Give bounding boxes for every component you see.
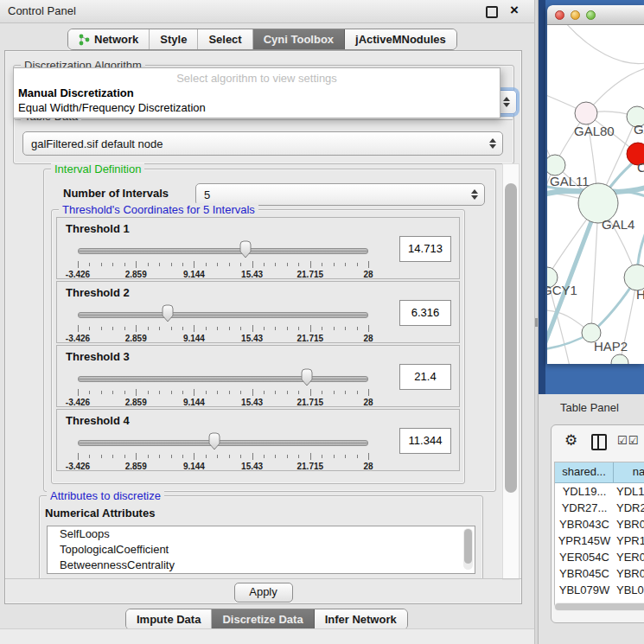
dropdown-item-manual-discretization[interactable]: Manual Discretization [14,86,500,100]
threshold-2-block: Threshold 2 -3.4262.8599.14415.4321.7152… [56,281,460,343]
table-data-combobox[interactable]: galFiltered.sif default node [22,131,503,156]
list-item[interactable]: TopologicalCoefficient [48,542,475,558]
threshold-4-slider[interactable]: -3.4262.8599.14415.4321.71528 [78,430,368,469]
attributes-group: Attributes to discretize Numerical Attri… [39,495,483,578]
columns-icon[interactable] [591,434,607,450]
node-label: GCY1 [547,283,577,297]
combo-arrows-icon [471,189,478,200]
slider-handle[interactable] [239,240,252,258]
threshold-1-slider[interactable]: -3.4262.8599.14415.4321.71528 [78,239,368,277]
screen: Control Panel × Network Style Select Cyn… [0,0,644,644]
bottom-tab-bar: Impute Data Discretize Data Infer Networ… [125,609,408,630]
table-toolbar: ⚙ ☑☑ [552,425,644,458]
threshold-3-slider[interactable]: -3.4262.8599.14415.4321.71528 [78,367,368,405]
table-row[interactable]: YER054CYER05 [555,549,644,565]
table-row[interactable]: YBL079WYBL07 [555,582,644,598]
node-table-container: ⚙ ☑☑ shared... na YDL19...YDL19YDR27...Y… [551,424,644,623]
tab-network[interactable]: Network [68,29,150,49]
threshold-4-block: Threshold 4 -3.4262.8599.14415.4321.7152… [56,409,460,471]
slider-handle[interactable] [207,432,221,450]
combo-arrows-icon [489,138,496,149]
slider-handle[interactable] [300,368,314,386]
table-data-group: Table Data galFiltered.sif default node [13,116,514,164]
table-row[interactable]: YDR27...YDR27 [555,500,644,516]
number-of-intervals-label: Number of Intervals [63,187,169,200]
control-panel-titlebar: Control Panel × [0,0,534,23]
tab-infer-network[interactable]: Infer Network [315,609,407,629]
thresholds-group: Threshold's Coordinates for 5 Intervals … [51,209,465,484]
network-node[interactable] [575,102,597,124]
threshold-1-block: Threshold 1 -3.4262.8599.14415.4321.7152… [56,217,460,279]
column-header-shared-name[interactable]: shared... [555,462,614,482]
dropdown-item-equal-width-frequency[interactable]: Equal Width/Frequency Discretization [14,100,500,115]
table-row[interactable]: YDL19...YDL19 [555,483,644,500]
bottom-strip [0,628,534,644]
interval-definition-group: Interval Definition Number of Intervals … [43,169,496,492]
threshold-4-value[interactable]: 11.344 [399,428,451,454]
node-table-rows: YDL19...YDL19YDR27...YDR27YBR043CYBR04YP… [555,483,644,607]
network-window-titlebar[interactable] [547,5,644,25]
table-row[interactable]: YBR045CYBR04 [555,565,644,582]
numerical-attributes-label: Numerical Attributes [45,507,155,520]
settings-viewport: Interval Definition Number of Intervals … [33,163,500,578]
splitter-grip-icon[interactable] [535,318,538,327]
tab-impute-data[interactable]: Impute Data [126,609,212,629]
close-icon[interactable]: × [510,2,519,19]
table-panel: Table Panel ⚙ ☑☑ shared... na YDL19...YD… [539,394,644,644]
list-item[interactable]: SelfLoops [48,526,475,542]
numerical-attributes-list[interactable]: SelfLoops TopologicalCoefficient Between… [47,526,475,574]
node-label: GAL80 [574,124,615,138]
table-row[interactable]: YPR145WYPR14 [555,532,644,549]
threshold-3-block: Threshold 3 -3.4262.8599.14415.4321.7152… [56,345,460,407]
network-icon [79,34,90,46]
network-node[interactable] [611,354,628,364]
tab-cyni-toolbox[interactable]: Cyni Toolbox [253,29,345,49]
node-label: GAL4 [602,217,634,232]
apply-row: Apply [5,578,521,604]
table-row[interactable]: YBR043CYBR04 [555,516,644,532]
network-canvas[interactable]: GAL80GACGAL11GAL4GCY1HHAP2 [547,25,644,364]
algorithm-dropdown-popup: Select algorithm to view settings Manual… [13,67,501,118]
cyni-toolbox-panel: Discretization Algorithm Select algorith… [4,50,522,604]
node-label: C [637,160,644,175]
node-label: GA [634,122,644,137]
column-header-name[interactable]: na [614,462,644,482]
threshold-2-value[interactable]: 6.316 [399,300,451,326]
node-label: GAL11 [550,174,590,188]
node-label: HAP2 [594,339,628,354]
tab-discretize-data[interactable]: Discretize Data [212,609,314,629]
threshold-1-value[interactable]: 14.713 [399,236,451,262]
attributes-group-title: Attributes to discretize [47,489,164,502]
interval-definition-title: Interval Definition [51,163,144,175]
zoom-traffic-light[interactable] [586,10,596,20]
select-columns-icon[interactable]: ☑☑ [617,434,639,447]
table-panel-title: Table Panel [560,401,619,414]
table-header-row: shared... na [555,462,644,483]
threshold-3-value[interactable]: 21.4 [399,364,451,390]
tab-style[interactable]: Style [150,29,198,49]
network-window[interactable]: GAL80GACGAL11GAL4GCY1HHAP2 [547,5,644,364]
tab-jactivemnodules[interactable]: jActiveMNodules [345,29,456,49]
node-table: shared... na YDL19...YDL19YDR27...YDR27Y… [554,462,644,607]
thresholds-group-title: Threshold's Coordinates for 5 Intervals [59,203,258,216]
gear-icon[interactable]: ⚙ [564,431,577,450]
top-tab-bar: Network Style Select Cyni Toolbox jActiv… [67,29,457,50]
combo-arrows-icon [503,97,510,107]
control-panel: Control Panel × Network Style Select Cyn… [0,0,534,644]
network-desktop: GAL80GACGAL11GAL4GCY1HHAP2 [539,0,644,394]
close-traffic-light[interactable] [555,10,564,20]
minimize-traffic-light[interactable] [571,10,580,20]
dropdown-placeholder: Select algorithm to view settings [14,68,500,86]
list-item[interactable]: BetweennessCentrality [48,558,475,573]
apply-button[interactable]: Apply [234,583,293,603]
list-scrollbar[interactable] [463,528,473,570]
slider-handle[interactable] [161,304,175,322]
settings-scrollbar[interactable] [502,163,520,580]
tab-select[interactable]: Select [198,29,252,49]
threshold-2-slider[interactable]: -3.4262.8599.14415.4321.71528 [78,303,368,341]
float-window-icon[interactable] [486,6,498,18]
node-label: H [636,287,644,302]
network-node[interactable] [547,155,565,175]
panel-title: Control Panel [8,4,76,17]
table-horizontal-scrollbar[interactable] [554,603,644,611]
